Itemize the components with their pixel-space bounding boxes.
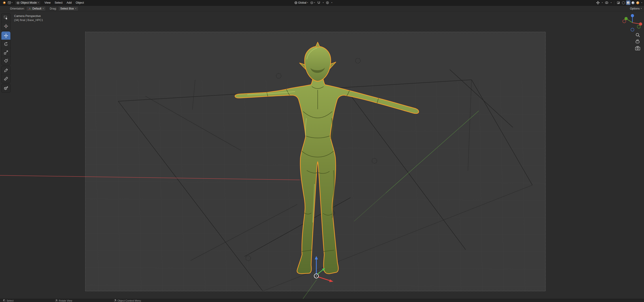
tool-3d-cursor[interactable] [1,22,10,30]
wireframe-sphere-icon [622,1,625,4]
tool-group-transform [1,31,10,65]
status-context-label: Object Context Menu [118,299,141,302]
gizmos-dropdown[interactable]: ▾ [601,0,604,5]
solid-sphere-icon [627,1,630,4]
orientation-value: Global [298,1,306,4]
orientation-default-dropdown[interactable]: Default ▾ [26,6,46,11]
chevron-down-icon: ▾ [43,8,44,9]
tool-settings-header: Orientation: Default ▾ Drag: Select Box … [0,6,644,12]
tool-group-select [1,13,10,30]
pivot-point-dropdown[interactable]: ▾ [309,0,316,5]
drag-mode-dropdown[interactable]: Select Box ▾ [58,6,78,11]
tool-rotate[interactable] [1,40,10,48]
tool-group-annotate [1,66,10,83]
tool-shelf [1,13,10,94]
overlays-toggle[interactable] [604,0,609,5]
axis-x-negative[interactable] [623,20,626,23]
chevron-down-icon: ▾ [314,2,315,4]
topbar-center: Global ▾ ▾ ▾ ▾ [294,0,333,5]
left-mouse-icon [3,299,5,302]
chevron-down-icon: ▾ [12,2,12,4]
chevron-down-icon: ▾ [75,8,76,9]
origin-dot [316,276,317,276]
options-dropdown[interactable]: Options ▾ [630,7,642,10]
drag-mode-value: Select Box [60,7,74,10]
zoom-button[interactable] [636,33,640,37]
middle-mouse-icon [55,299,58,302]
menu-select[interactable]: Select [53,0,65,5]
mode-label: Object Mode [21,1,37,4]
topbar-right: ▾ ▾ ▾ [596,0,643,5]
right-mouse-icon [114,299,116,302]
snap-dropdown[interactable]: ▾ [322,0,324,5]
shading-material-button[interactable] [631,0,635,5]
status-select-label: Select [6,299,14,302]
pan-hand-button[interactable] [636,39,639,43]
tool-scale[interactable] [1,48,10,57]
viewport-canvas[interactable] [0,12,644,299]
material-sphere-icon [632,1,634,4]
shading-solid-button[interactable] [626,0,630,5]
shading-rendered-button[interactable] [636,0,640,5]
status-rotate-label: Rotate View [59,299,72,302]
axis-y-negative[interactable] [637,25,640,28]
overlays-dropdown[interactable]: ▾ [610,0,612,5]
options-label: Options [630,7,640,10]
tool-add-cube[interactable] [1,84,10,92]
snap-toggle[interactable] [316,0,321,5]
shading-wireframe-button[interactable] [621,0,626,5]
orientation-label: Orientation: [10,7,25,10]
orientation-default-value: Default [32,7,42,10]
shading-dropdown[interactable]: ▾ [640,0,643,5]
tool-transform[interactable] [1,57,10,65]
tool-group-add [1,84,10,92]
tool-measure[interactable] [1,75,10,83]
chevron-down-icon: ▾ [641,8,642,9]
editor-type-button[interactable]: ▾ [7,0,14,5]
tool-select-box[interactable] [1,13,10,22]
axis-z-negative[interactable] [631,28,634,31]
viewport-3d[interactable]: Camera Perspective (34) final | Base_HPC… [0,12,644,299]
axis-z-positive[interactable] [631,14,634,17]
status-rotate-hint: Rotate View [55,299,72,302]
rendered-sphere-icon [636,1,639,4]
axis-x-positive[interactable] [639,22,642,26]
chevron-down-icon: ▾ [307,2,308,4]
chevron-down-icon: ▾ [38,2,39,4]
topbar: ▾ Object Mode ▾ View Select Add Object [0,0,644,6]
camera-view-button[interactable] [636,46,640,50]
status-select-hint: Select [3,299,14,302]
status-bar: Select Rotate View Object Context Menu [0,299,644,302]
tool-annotate[interactable] [1,66,10,75]
topbar-left: ▾ Object Mode ▾ View Select Add Object [0,0,86,5]
proportional-editing-toggle[interactable] [325,0,330,5]
show-gizmos-toggle[interactable] [596,0,600,5]
menu-view[interactable]: View [42,0,53,5]
mode-dropdown[interactable]: Object Mode ▾ [15,0,40,5]
xray-toggle[interactable] [616,0,621,5]
tool-move[interactable] [1,31,10,40]
blender-logo-icon[interactable] [1,0,7,5]
transform-orientation-dropdown[interactable]: Global ▾ [294,0,309,5]
navigation-gizmo[interactable] [623,14,642,31]
separator [614,1,614,4]
menu-object[interactable]: Object [74,0,86,5]
menu-add[interactable]: Add [65,0,74,5]
proportional-editing-dropdown[interactable]: ▾ [330,0,333,5]
drag-label: Drag: [50,7,57,10]
status-context-menu-hint: Object Context Menu [114,299,141,302]
